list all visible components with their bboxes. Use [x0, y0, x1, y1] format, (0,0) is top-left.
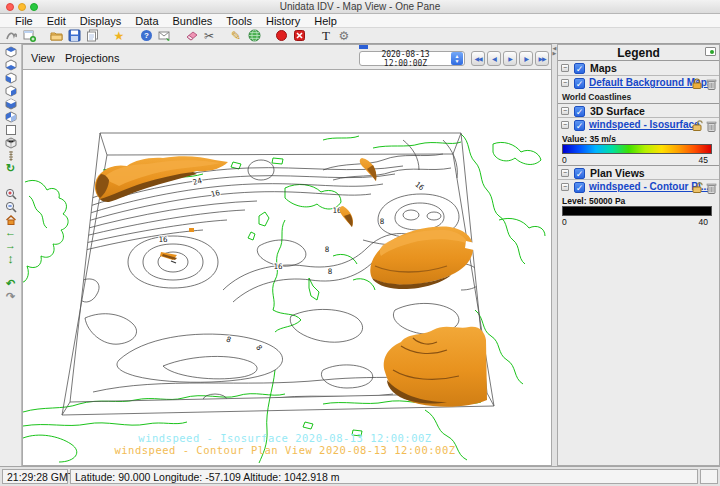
auto-rotate-icon[interactable]: ↻: [4, 162, 18, 175]
map-sub-label: World Coastlines: [562, 92, 631, 102]
svg-text:16: 16: [413, 180, 426, 193]
collapse-icon[interactable]: −: [561, 79, 569, 87]
menu-projections[interactable]: Projections: [65, 52, 119, 64]
trash-icon[interactable]: [706, 120, 717, 132]
new-display-window-icon[interactable]: [22, 29, 36, 43]
isosurface-link[interactable]: windspeed - Isosurface: [589, 119, 700, 130]
pan-vertical-icon[interactable]: ↕: [4, 252, 18, 265]
cursor-position-readout: Latitude: 90.000 Longitude: -57.109 Alti…: [70, 469, 698, 484]
menu-edit[interactable]: Edit: [40, 15, 73, 27]
plan-views-checkbox[interactable]: ✓: [574, 168, 585, 179]
collapse-icon[interactable]: −: [561, 169, 569, 177]
collapse-icon[interactable]: −: [561, 121, 569, 129]
wireframe-box-icon[interactable]: [4, 136, 18, 149]
record-image-icon[interactable]: [274, 29, 288, 43]
menu-history[interactable]: History: [259, 15, 307, 27]
lock-closed-icon[interactable]: [691, 78, 703, 89]
cut-scissors-icon[interactable]: ✂: [202, 29, 216, 43]
isosurface-checkbox[interactable]: ✓: [574, 120, 585, 131]
category-label: Plan Views: [590, 167, 645, 179]
home-view-icon[interactable]: [4, 213, 18, 226]
svg-text:16: 16: [273, 262, 283, 271]
legend-title: Legend: [558, 46, 719, 60]
isosurface-layer: [95, 156, 487, 407]
map-view-header: View Projections 2020-08-13 12:00:00Z ▲▼…: [23, 45, 551, 69]
status-bar: 21:29:28 GMT Latitude: 90.000 Longitude:…: [0, 466, 720, 486]
menu-displays[interactable]: Displays: [73, 15, 129, 27]
lock-open-icon[interactable]: [691, 182, 703, 193]
step-forward-button[interactable]: |▶: [519, 51, 533, 66]
time-stepper-icon[interactable]: ▲▼: [451, 52, 463, 65]
collapse-icon[interactable]: −: [561, 64, 569, 72]
colorbar-min: 0: [562, 217, 567, 227]
animation-timeline[interactable]: [23, 45, 551, 50]
favorites-star-icon[interactable]: ★: [112, 29, 126, 43]
edit-pencil-icon[interactable]: ✎: [229, 29, 243, 43]
menu-help[interactable]: Help: [307, 15, 344, 27]
play-button[interactable]: ▶: [503, 51, 517, 66]
legend-category-3d-surface: − ✓ 3D Surface: [558, 103, 719, 118]
maps-checkbox[interactable]: ✓: [574, 63, 585, 74]
view-bottom-cube-icon[interactable]: [4, 58, 18, 71]
open-bundle-folder-icon[interactable]: [49, 29, 63, 43]
contour-plan-checkbox[interactable]: ✓: [574, 182, 585, 193]
svg-text:8: 8: [325, 245, 330, 254]
svg-text:8: 8: [254, 343, 264, 352]
colorbar-max: 40: [699, 217, 708, 227]
view-top-cube-icon[interactable]: [4, 45, 18, 58]
eraser-icon[interactable]: [184, 29, 198, 43]
zoom-out-icon[interactable]: [4, 200, 18, 213]
zoom-in-icon[interactable]: [4, 187, 18, 200]
menu-file[interactable]: File: [8, 15, 40, 27]
legend-category-plan-views: − ✓ Plan Views: [558, 165, 719, 180]
plan-level-label: Level: 50000 Pa: [562, 196, 625, 206]
settings-gear-icon[interactable]: ⚙: [337, 29, 351, 43]
menu-tools[interactable]: Tools: [219, 15, 259, 27]
plan-colorbar[interactable]: [562, 206, 712, 216]
perspective-box-icon[interactable]: [4, 123, 18, 136]
go-to-start-button[interactable]: ◀◀: [471, 51, 485, 66]
menu-bundles[interactable]: Bundles: [166, 15, 220, 27]
pan-left-icon[interactable]: ←: [4, 226, 18, 239]
view-north-cube-icon[interactable]: [4, 71, 18, 84]
svg-text:24: 24: [192, 176, 203, 187]
trash-icon[interactable]: [706, 182, 717, 194]
isosurface-colorbar[interactable]: [562, 144, 712, 154]
view-south-cube-icon[interactable]: [4, 97, 18, 110]
colorbar-max: 45: [699, 155, 708, 165]
default-maps-checkbox[interactable]: ✓: [574, 78, 585, 89]
float-legend-icon[interactable]: [705, 47, 716, 56]
show-dashboard-icon[interactable]: [4, 29, 18, 43]
globe-projection-icon[interactable]: [247, 29, 261, 43]
delete-display-icon[interactable]: [292, 29, 306, 43]
clock-readout: 21:29:28 GMT: [2, 469, 68, 484]
map-view-panel: View Projections 2020-08-13 12:00:00Z ▲▼…: [22, 44, 552, 466]
support-request-icon[interactable]: [157, 29, 171, 43]
text-note-icon[interactable]: T: [319, 29, 333, 43]
surface-checkbox[interactable]: ✓: [574, 106, 585, 117]
view-west-cube-icon[interactable]: [4, 110, 18, 123]
save-bundle-icon[interactable]: [67, 29, 81, 43]
main-toolbar: ★ ? ✂ ✎ T ⚙: [0, 28, 720, 44]
vertical-scale-icon[interactable]: [4, 149, 18, 162]
step-back-button[interactable]: ◀|: [487, 51, 501, 66]
save-as-icon[interactable]: [85, 29, 99, 43]
collapse-right-icon[interactable]: ▶: [553, 51, 557, 56]
status-spare-box: [700, 469, 718, 484]
map-3d-canvas[interactable]: 24 16 16 16 16 8 8 16 8 8 8: [23, 69, 551, 465]
svg-text:16: 16: [210, 188, 221, 199]
collapse-icon[interactable]: −: [561, 183, 569, 191]
collapse-icon[interactable]: −: [561, 107, 569, 115]
redo-icon[interactable]: ↷: [4, 290, 18, 303]
view-east-cube-icon[interactable]: [4, 84, 18, 97]
trash-icon[interactable]: [706, 78, 717, 90]
menu-data[interactable]: Data: [128, 15, 165, 27]
menu-view[interactable]: View: [31, 52, 55, 64]
go-to-end-button[interactable]: ▶▶: [535, 51, 549, 66]
lock-open-icon[interactable]: [691, 120, 703, 131]
help-icon[interactable]: ?: [139, 29, 153, 43]
undo-icon[interactable]: ↶: [4, 277, 18, 290]
time-marker[interactable]: [359, 45, 368, 49]
time-value: 2020-08-13 12:00:00Z: [360, 50, 451, 68]
time-select-dropdown[interactable]: 2020-08-13 12:00:00Z ▲▼: [359, 51, 465, 66]
